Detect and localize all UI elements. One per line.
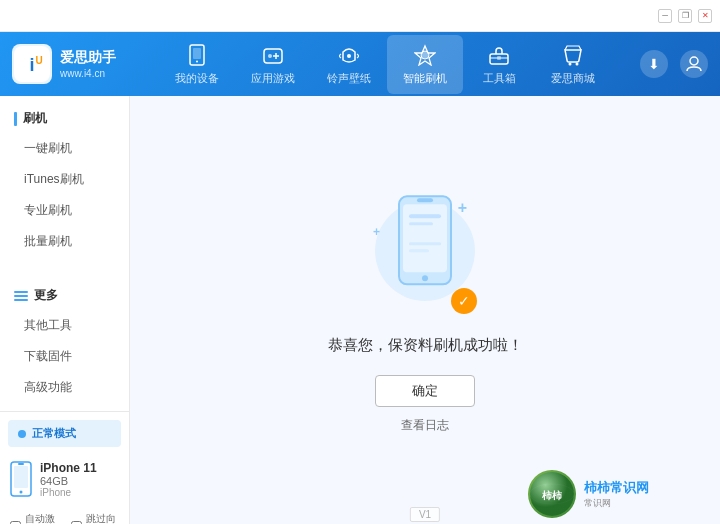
device-mode[interactable]: 正常模式 (8, 420, 121, 447)
svg-rect-29 (409, 249, 429, 252)
nav-store[interactable]: 爱思商城 (535, 35, 611, 94)
plus-deco-1: + (458, 200, 467, 216)
sidebar-item-advanced[interactable]: 高级功能 (0, 372, 129, 403)
device-mode-label: 正常模式 (32, 426, 76, 441)
smart-flash-icon (413, 43, 437, 67)
svg-rect-26 (409, 214, 441, 218)
sidebar-item-itunes-flash[interactable]: iTunes刷机 (0, 164, 129, 195)
logo-area: i U 爱思助手 www.i4.cn (12, 44, 142, 84)
account-btn[interactable] (680, 50, 708, 78)
svg-point-11 (421, 51, 429, 59)
title-bar: ─ ❐ ✕ (0, 0, 720, 32)
nav-smart-flash[interactable]: 智能刷机 (387, 35, 463, 94)
watermark-text: 柿柿常识网 常识网 (584, 479, 649, 510)
svg-rect-27 (409, 222, 433, 225)
nav-ringtones[interactable]: 铃声壁纸 (311, 35, 387, 94)
sidebar-item-pro-flash[interactable]: 专业刷机 (0, 195, 129, 226)
sidebar-footer-checkboxes: 自动激活 跳过向导 (0, 506, 129, 524)
watermark-title: 柿柿常识网 (584, 479, 649, 497)
close-btn[interactable]: ✕ (698, 9, 712, 23)
success-illustration: ✓ + + (365, 186, 485, 316)
sidebar-bottom: 正常模式 iPhone 11 64GB iPhone (0, 411, 129, 524)
nav-my-device[interactable]: 我的设备 (159, 35, 235, 94)
watermark-ball: 柿柿 (528, 470, 576, 518)
auto-activate-checkbox[interactable]: 自动激活 (10, 512, 59, 524)
nav-ringtones-label: 铃声壁纸 (327, 71, 371, 86)
confirm-button[interactable]: 确定 (375, 375, 475, 407)
svg-text:i: i (29, 55, 34, 75)
redirect-guide-checkbox[interactable]: 跳过向导 (71, 512, 120, 524)
plus-deco-2: + (373, 226, 380, 238)
redirect-guide-input[interactable] (71, 521, 82, 525)
svg-point-20 (20, 491, 23, 494)
sidebar-item-one-click-flash[interactable]: 一键刷机 (0, 133, 129, 164)
svg-rect-19 (14, 466, 28, 488)
apps-games-icon (261, 43, 285, 67)
nav-toolbox-label: 工具箱 (483, 71, 516, 86)
device-icon (10, 461, 32, 483)
download-btn[interactable]: ⬇ (640, 50, 668, 78)
version-label: V1 (410, 507, 440, 522)
svg-point-25 (422, 275, 428, 281)
check-badge: ✓ (451, 288, 477, 314)
svg-rect-14 (497, 56, 501, 60)
nav-smart-flash-label: 智能刷机 (403, 71, 447, 86)
logo-sub: www.i4.cn (60, 67, 116, 80)
svg-rect-21 (18, 463, 24, 465)
flash-section-icon (14, 112, 17, 126)
toolbox-icon (487, 43, 511, 67)
logo-icon: i U (12, 44, 52, 84)
watermark-subtitle: 常识网 (584, 497, 649, 510)
more-section-title: 更多 (0, 281, 129, 310)
device-name: iPhone 11 (40, 461, 97, 475)
watermark: 柿柿 柿柿常识网 常识网 (520, 464, 720, 524)
flash-section: 刷机 一键刷机 iTunes刷机 专业刷机 批量刷机 (0, 96, 129, 265)
minimize-btn[interactable]: ─ (658, 9, 672, 23)
more-section-label: 更多 (34, 287, 58, 304)
svg-point-16 (576, 62, 579, 65)
svg-rect-28 (409, 242, 441, 245)
flash-section-label: 刷机 (23, 110, 47, 127)
more-section: 更多 其他工具 下载固件 高级功能 (0, 273, 129, 411)
nav-bar: 我的设备 应用游戏 铃声壁纸 (142, 35, 628, 94)
svg-point-7 (268, 54, 272, 58)
device-capacity: 64GB (40, 475, 97, 487)
success-message: 恭喜您，保资料刷机成功啦！ (328, 336, 523, 355)
header-right: ⬇ (628, 50, 708, 78)
svg-point-10 (347, 54, 351, 58)
flash-section-title: 刷机 (0, 104, 129, 133)
svg-text:U: U (35, 55, 42, 66)
svg-point-15 (569, 62, 572, 65)
view-log-link[interactable]: 查看日志 (401, 417, 449, 434)
header: i U 爱思助手 www.i4.cn 我的设备 (0, 32, 720, 96)
restore-btn[interactable]: ❐ (678, 9, 692, 23)
content-area: ✓ + + 恭喜您，保资料刷机成功啦！ 确定 查看日志 (130, 96, 720, 524)
sidebar-item-other-tools[interactable]: 其他工具 (0, 310, 129, 341)
auto-activate-input[interactable] (10, 521, 21, 525)
sidebar-item-batch-flash[interactable]: 批量刷机 (0, 226, 129, 257)
store-icon (561, 43, 585, 67)
device-details: iPhone 11 64GB iPhone (40, 461, 97, 498)
window-controls[interactable]: ─ ❐ ✕ (658, 9, 712, 23)
sidebar: 刷机 一键刷机 iTunes刷机 专业刷机 批量刷机 (0, 96, 130, 524)
more-icon (14, 291, 28, 301)
nav-apps-games[interactable]: 应用游戏 (235, 35, 311, 94)
phone-illustration (395, 194, 455, 297)
nav-apps-label: 应用游戏 (251, 71, 295, 86)
my-device-icon (185, 43, 209, 67)
svg-rect-24 (417, 198, 433, 202)
svg-text:柿柿: 柿柿 (541, 490, 562, 501)
svg-point-17 (690, 57, 698, 65)
redirect-guide-label: 跳过向导 (86, 512, 120, 524)
logo-main: 爱思助手 (60, 48, 116, 66)
nav-store-label: 爱思商城 (551, 71, 595, 86)
logo-text: 爱思助手 www.i4.cn (60, 48, 116, 79)
sidebar-item-download-firmware[interactable]: 下载固件 (0, 341, 129, 372)
svg-point-5 (196, 60, 198, 62)
auto-activate-label: 自动激活 (25, 512, 59, 524)
nav-toolbox[interactable]: 工具箱 (463, 35, 535, 94)
device-model: iPhone (40, 487, 97, 498)
logo-svg: i U (14, 46, 50, 82)
ringtones-icon (337, 43, 361, 67)
main-layout: 刷机 一键刷机 iTunes刷机 专业刷机 批量刷机 (0, 96, 720, 524)
